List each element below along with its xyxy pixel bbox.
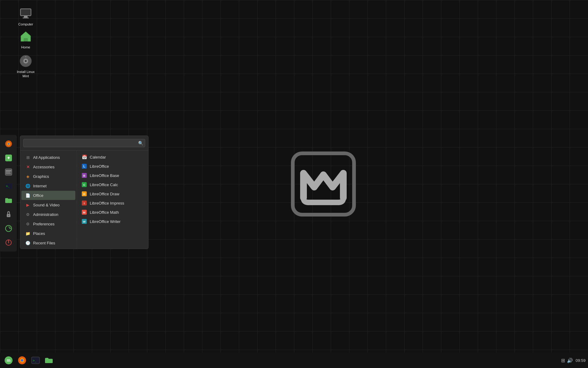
svg-text:✦: ✦ bbox=[7, 155, 10, 160]
clock-display: 09:59 bbox=[575, 358, 586, 363]
svg-text:W: W bbox=[83, 220, 86, 223]
desktop: Computer Home Install Linux Mint bbox=[0, 0, 588, 368]
app-libreoffice-base-label: LibreOffice Base bbox=[90, 173, 119, 178]
category-sound-video[interactable]: ▶ Sound & Video bbox=[21, 200, 75, 209]
category-administration-label: Administration bbox=[33, 212, 58, 217]
app-libreoffice-math[interactable]: M LibreOffice Math bbox=[78, 208, 147, 217]
preferences-icon: ⚙ bbox=[25, 221, 31, 227]
libreoffice-base-icon: B bbox=[81, 172, 87, 178]
desktop-icon-home[interactable]: Home bbox=[13, 29, 38, 49]
category-sound-video-label: Sound & Video bbox=[33, 203, 60, 207]
category-recent[interactable]: 🕐 Recent Files bbox=[21, 238, 75, 247]
computer-label: Computer bbox=[18, 22, 33, 26]
sidebar-lock[interactable] bbox=[2, 208, 15, 221]
sidebar-update[interactable] bbox=[2, 222, 15, 235]
category-office-label: Office bbox=[33, 193, 43, 198]
taskbar-folder-button[interactable] bbox=[43, 354, 55, 366]
category-preferences-label: Preferences bbox=[33, 222, 55, 226]
search-input[interactable] bbox=[23, 139, 145, 147]
linux-mint-logo bbox=[287, 150, 360, 218]
category-office[interactable]: 📄 Office bbox=[21, 191, 75, 200]
svg-point-46 bbox=[21, 359, 23, 362]
svg-rect-4 bbox=[23, 17, 29, 18]
home-label: Home bbox=[21, 45, 30, 49]
svg-rect-18 bbox=[6, 172, 10, 172]
category-graphics[interactable]: ◈ Graphics bbox=[21, 172, 75, 181]
svg-rect-5 bbox=[24, 38, 28, 41]
office-icon: 📄 bbox=[25, 193, 31, 198]
volume-icon[interactable]: 🔊 bbox=[567, 358, 573, 363]
places-icon: 📁 bbox=[25, 231, 31, 236]
svg-rect-19 bbox=[6, 173, 11, 174]
category-places-label: Places bbox=[33, 231, 45, 236]
start-menu: 🔍 ⊞ All Applications ✕ Accessories ◈ Gra… bbox=[20, 136, 149, 249]
svg-text:m: m bbox=[7, 358, 10, 363]
computer-icon bbox=[18, 6, 33, 21]
libreoffice-app-icon: L bbox=[81, 163, 87, 169]
menu-apps: 📅 Calendar L LibreOffice bbox=[77, 151, 148, 249]
svg-marker-25 bbox=[9, 228, 11, 229]
app-libreoffice-draw-label: LibreOffice Draw bbox=[90, 192, 119, 196]
category-internet-label: Internet bbox=[33, 184, 47, 188]
category-accessories-label: Accessories bbox=[33, 165, 55, 169]
taskbar-firefox-button[interactable] bbox=[16, 354, 28, 366]
app-calendar[interactable]: 📅 Calendar bbox=[78, 152, 147, 162]
sidebar-power[interactable] bbox=[2, 236, 15, 249]
search-icon[interactable]: 🔍 bbox=[138, 141, 143, 146]
desktop-icon-computer[interactable]: Computer bbox=[13, 6, 38, 26]
tray-icons: ⊞ 🔊 bbox=[561, 358, 573, 363]
taskbar-terminal-button[interactable]: >_ bbox=[29, 354, 42, 366]
sidebar-terminal[interactable]: >_ bbox=[2, 180, 15, 193]
taskbar-left: ✦ >_ bbox=[0, 135, 17, 251]
internet-icon: 🌐 bbox=[25, 183, 31, 189]
app-libreoffice-impress[interactable]: I LibreOffice Impress bbox=[78, 198, 147, 208]
network-icon[interactable]: ⊞ bbox=[561, 358, 565, 363]
svg-text:>_: >_ bbox=[33, 359, 37, 362]
category-all-label: All Applications bbox=[33, 155, 60, 160]
taskbar-tray: ⊞ 🔊 09:59 bbox=[561, 358, 586, 363]
svg-text:D: D bbox=[83, 193, 85, 196]
libreoffice-draw-icon: D bbox=[81, 191, 87, 197]
category-accessories[interactable]: ✕ Accessories bbox=[21, 162, 75, 171]
category-administration[interactable]: ⚙ Administration bbox=[21, 210, 75, 219]
category-internet[interactable]: 🌐 Internet bbox=[21, 181, 75, 190]
svg-rect-17 bbox=[6, 171, 11, 171]
all-icon: ⊞ bbox=[25, 155, 31, 160]
accessories-icon: ✕ bbox=[25, 164, 31, 170]
menu-categories: ⊞ All Applications ✕ Accessories ◈ Graph… bbox=[20, 151, 77, 249]
sidebar-firefox[interactable] bbox=[2, 137, 15, 150]
app-libreoffice[interactable]: L LibreOffice bbox=[78, 162, 147, 171]
svg-point-12 bbox=[8, 143, 9, 145]
svg-text:L: L bbox=[83, 165, 85, 168]
calendar-app-icon: 📅 bbox=[81, 154, 87, 160]
app-libreoffice-calc-label: LibreOffice Calc bbox=[90, 182, 118, 187]
libreoffice-impress-icon: I bbox=[81, 200, 87, 206]
taskbar-menu-button[interactable]: m bbox=[2, 354, 15, 366]
sidebar-software[interactable]: ✦ bbox=[2, 151, 15, 164]
category-all[interactable]: ⊞ All Applications bbox=[21, 153, 75, 162]
app-libreoffice-math-label: LibreOffice Math bbox=[90, 210, 119, 215]
app-libreoffice-calc[interactable]: C LibreOffice Calc bbox=[78, 180, 147, 189]
sidebar-folder[interactable] bbox=[2, 194, 15, 207]
app-libreoffice-writer[interactable]: W LibreOffice Writer bbox=[78, 217, 147, 226]
category-places[interactable]: 📁 Places bbox=[21, 229, 75, 238]
svg-point-9 bbox=[25, 56, 26, 57]
recent-icon: 🕐 bbox=[25, 240, 31, 246]
svg-rect-2 bbox=[21, 9, 31, 15]
home-icon bbox=[18, 29, 33, 44]
app-libreoffice-draw[interactable]: D LibreOffice Draw bbox=[78, 189, 147, 198]
category-graphics-label: Graphics bbox=[33, 174, 49, 179]
desktop-icon-install[interactable]: Install Linux Mint bbox=[13, 54, 38, 79]
install-label: Install Linux Mint bbox=[13, 70, 38, 79]
taskbar-apps: m >_ bbox=[2, 354, 55, 366]
app-libreoffice-base[interactable]: B LibreOffice Base bbox=[78, 171, 147, 180]
sidebar-files[interactable] bbox=[2, 166, 15, 178]
category-preferences[interactable]: ⚙ Preferences bbox=[21, 219, 75, 228]
svg-text:>_: >_ bbox=[6, 185, 9, 188]
svg-point-23 bbox=[8, 215, 9, 216]
svg-text:M: M bbox=[83, 211, 85, 214]
app-libreoffice-impress-label: LibreOffice Impress bbox=[90, 201, 124, 205]
svg-text:C: C bbox=[83, 183, 85, 186]
libreoffice-writer-icon: W bbox=[81, 218, 87, 224]
svg-text:B: B bbox=[83, 174, 85, 177]
